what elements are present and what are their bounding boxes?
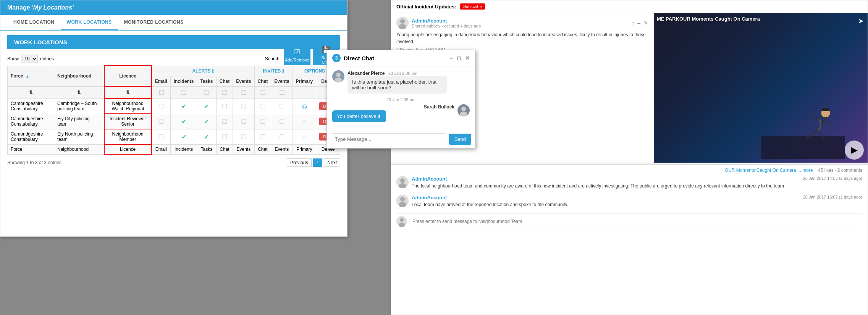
next-page-button[interactable]: Next bbox=[324, 158, 340, 167]
feed-stats: OUR Moments Caught On Camera ... more 45… bbox=[396, 168, 862, 173]
cell-incidents-3[interactable]: ✔ bbox=[170, 129, 197, 144]
chat-message-input[interactable] bbox=[331, 133, 446, 145]
post-close-icon[interactable]: – bbox=[637, 20, 640, 26]
neighbourhood-input-row bbox=[396, 213, 862, 229]
sort-force[interactable]: ⇅ bbox=[8, 86, 54, 99]
svg-point-1 bbox=[335, 78, 342, 82]
cell-force-1: Cambridgeshire Constabulary bbox=[8, 99, 54, 114]
video-caption-link[interactable]: OUR Moments Caught On Camera bbox=[725, 168, 796, 173]
add-remove-label: Add/Remove bbox=[285, 58, 309, 62]
entries-select[interactable]: 10 25 50 bbox=[21, 55, 38, 63]
incident-video: ME PARKOUR Moments Caught On Camera ➤ bbox=[654, 13, 868, 163]
cell-tasks-1[interactable]: ✔ bbox=[197, 99, 216, 114]
cell-chat2-2[interactable]: ☐ bbox=[254, 114, 271, 129]
cell-primary-1[interactable]: ◎ bbox=[293, 99, 316, 114]
col-force: Force ▲ bbox=[8, 66, 54, 86]
show-entries-control: Show 10 25 50 entries bbox=[7, 55, 54, 63]
tab-work-locations[interactable]: WORK LOCATIONS bbox=[61, 15, 118, 31]
svg-point-2 bbox=[461, 107, 466, 111]
feed-text-1: The local neighbourhood team and communi… bbox=[412, 183, 862, 189]
post-x-icon[interactable]: ✕ bbox=[643, 20, 648, 26]
search-label: Search: bbox=[265, 56, 281, 61]
play-icon[interactable]: ▶ bbox=[845, 141, 864, 160]
show-label: Show bbox=[7, 56, 19, 61]
post-minimize-icon[interactable]: ○ bbox=[631, 20, 634, 26]
pagination: Previous 1 Next bbox=[287, 158, 340, 167]
cell-chat-2[interactable]: ☐ bbox=[216, 114, 233, 129]
chk-events-all[interactable]: ☐ bbox=[233, 86, 254, 99]
subscribe-button[interactable]: Subscribe bbox=[460, 3, 485, 10]
footer-chat2: Chat bbox=[254, 144, 271, 154]
chat-close-icon[interactable]: ✕ bbox=[465, 55, 470, 61]
chk-email-all[interactable]: ☐ bbox=[152, 86, 171, 99]
video-background: ME PARKOUR Moments Caught On Camera ➤ bbox=[654, 13, 868, 163]
cell-events2-1[interactable]: ☐ bbox=[271, 99, 293, 114]
cell-email-1[interactable]: ☐ bbox=[152, 99, 171, 114]
chk-chat-all[interactable]: ☐ bbox=[216, 86, 233, 99]
table-row: Cambridgeshire Constabulary Ely North po… bbox=[8, 129, 340, 144]
chat-badge: 3 bbox=[332, 54, 341, 62]
cell-events-3[interactable]: ☐ bbox=[233, 129, 254, 144]
sort-force-icon: ▲ bbox=[26, 74, 29, 78]
chk-events2-all[interactable]: ☐ bbox=[271, 86, 293, 99]
post-header: AdminAccount Shared publicly - occured 4… bbox=[396, 17, 648, 29]
play-button[interactable]: ▶ bbox=[845, 141, 864, 160]
feed-item-2: AdminAccount 26 Jan 2017 16:07 (2 days a… bbox=[396, 195, 862, 208]
cell-neighbourhood-3: Ely North policing team bbox=[54, 129, 104, 144]
sort-neighbourhood[interactable]: ⇅ bbox=[54, 86, 104, 99]
work-locations-table: Force ▲ Neighbourhood Licence ALERTS ℹ I… bbox=[7, 65, 340, 155]
col-tasks: Tasks bbox=[197, 76, 216, 86]
cell-licence-2: Incident Reviewer Senior bbox=[104, 114, 152, 129]
sort-icon2: ⇅ bbox=[77, 90, 81, 95]
add-remove-button[interactable]: ☑ Add/Remove bbox=[284, 44, 310, 65]
cell-events2-2[interactable]: ☐ bbox=[271, 114, 293, 129]
sort-licence[interactable]: ⇅ bbox=[104, 86, 152, 99]
cell-primary-3[interactable]: ○ bbox=[293, 129, 316, 144]
neighbourhood-avatar bbox=[396, 216, 407, 227]
chat-header: 3 Direct Chat – ◻ ✕ bbox=[327, 50, 475, 66]
table-footer-row: Force Neighbourhood Licence Email Incide… bbox=[8, 144, 340, 154]
invites-info-icon: ℹ bbox=[282, 68, 284, 74]
cell-email-2[interactable]: ☐ bbox=[152, 114, 171, 129]
message-time-2: 23 Jan 2:05 pm bbox=[332, 97, 470, 102]
cell-chat2-3[interactable]: ☐ bbox=[254, 129, 271, 144]
tab-monitored-locations[interactable]: MONITORED LOCATIONS bbox=[118, 15, 190, 31]
svg-point-17 bbox=[399, 202, 406, 207]
chk-chat2-all[interactable]: ☐ bbox=[254, 86, 271, 99]
prev-page-button[interactable]: Previous bbox=[287, 158, 312, 167]
cell-tasks-2[interactable]: ✔ bbox=[197, 114, 216, 129]
col-primary-empty bbox=[293, 86, 316, 99]
chat-window-icon[interactable]: ◻ bbox=[457, 55, 461, 61]
cell-chat2-1[interactable]: ☐ bbox=[254, 99, 271, 114]
locations-panel: Manage 'My Locations' HOME LOCATION WORK… bbox=[0, 0, 348, 237]
share-icon[interactable]: ➤ bbox=[858, 17, 864, 25]
chat-send-button[interactable]: Send bbox=[449, 134, 471, 145]
col-licence: Licence bbox=[104, 66, 152, 86]
chk-incidents-all[interactable]: ☐ bbox=[170, 86, 197, 99]
footer-events2: Events bbox=[271, 144, 293, 154]
cell-primary-2[interactable]: ○ bbox=[293, 114, 316, 129]
svg-point-3 bbox=[460, 111, 467, 116]
cell-events-2[interactable]: ☐ bbox=[233, 114, 254, 129]
cell-tasks-3[interactable]: ✔ bbox=[197, 129, 216, 144]
cell-incidents-2[interactable]: ✔ bbox=[170, 114, 197, 129]
cell-events-1[interactable]: ☐ bbox=[233, 99, 254, 114]
cell-incidents-1[interactable]: ✔ bbox=[170, 99, 197, 114]
chat-header-controls: – ◻ ✕ bbox=[450, 55, 470, 61]
tab-home-location[interactable]: HOME LOCATION bbox=[7, 15, 61, 31]
cell-email-3[interactable]: ☐ bbox=[152, 129, 171, 144]
chk-tasks-all[interactable]: ☐ bbox=[197, 86, 216, 99]
cell-chat-3[interactable]: ☐ bbox=[216, 129, 233, 144]
alerts-info-icon: ℹ bbox=[212, 68, 214, 74]
neighbourhood-message-input[interactable] bbox=[410, 217, 862, 226]
sort-icon3: ⇅ bbox=[126, 90, 130, 95]
more-link[interactable]: ... more bbox=[797, 168, 813, 173]
page-1-button[interactable]: 1 bbox=[313, 158, 323, 167]
cell-events2-3[interactable]: ☐ bbox=[271, 129, 293, 144]
cell-chat-1[interactable]: ☐ bbox=[216, 99, 233, 114]
panel-title-prefix: Manage bbox=[7, 4, 32, 11]
feed-panel: OUR Moments Caught On Camera ... more 45… bbox=[391, 164, 868, 315]
col-incidents: Incidents bbox=[170, 76, 197, 86]
chat-minimize-icon[interactable]: – bbox=[450, 55, 453, 61]
svg-line-9 bbox=[810, 116, 824, 121]
